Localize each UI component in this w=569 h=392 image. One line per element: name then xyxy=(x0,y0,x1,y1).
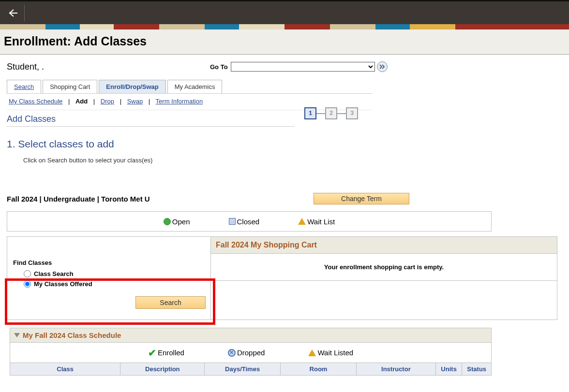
student-name: Student, . xyxy=(7,62,210,72)
legend-closed-label: Closed xyxy=(237,218,260,226)
cart-header: Fall 2024 My Shopping Cart xyxy=(211,237,557,254)
th-status: Status xyxy=(462,363,491,375)
search-button[interactable]: Search xyxy=(135,296,206,309)
th-days-times: Days/Times xyxy=(205,363,281,375)
radio-my-classes-row[interactable]: My Classes Offered xyxy=(24,280,206,288)
radio-class-search-row[interactable]: Class Search xyxy=(24,270,206,277)
tab-search[interactable]: Search xyxy=(7,80,41,93)
tab-my-academics[interactable]: My Academics xyxy=(167,80,223,93)
subtab-drop[interactable]: Drop xyxy=(101,98,114,105)
section-title: Add Classes xyxy=(7,114,295,124)
instructions: Click on Search button to select your cl… xyxy=(23,157,564,164)
main-tabs: Search Shopping Cart Enroll/Drop/Swap My… xyxy=(7,80,372,94)
go-button[interactable] xyxy=(377,61,388,72)
subtab-term-information[interactable]: Term Information xyxy=(156,98,203,105)
th-instructor: Instructor xyxy=(357,363,436,375)
th-description: Description xyxy=(120,363,205,375)
step-heading: 1. Select classes to add xyxy=(7,138,564,150)
waitlist-icon xyxy=(298,218,306,225)
collapse-icon xyxy=(14,333,20,337)
wizard-steps: 1 2 3 xyxy=(304,107,358,119)
open-icon xyxy=(164,218,171,225)
schedule-table-header: Class Description Days/Times Room Instru… xyxy=(10,363,492,376)
legend-waitlist-label: Wait List xyxy=(307,218,335,226)
schedule-title: My Fall 2024 Class Schedule xyxy=(23,331,121,339)
th-units: Units xyxy=(436,363,463,375)
legend-waitlisted-label: Wait Listed xyxy=(317,348,353,357)
radio-class-search-label: Class Search xyxy=(34,270,74,277)
cart-empty-message: Your enrollment shopping cart is empty. xyxy=(211,254,557,281)
waitlisted-icon xyxy=(308,349,316,356)
status-legend: Open Closed Wait List xyxy=(7,211,492,232)
back-arrow-icon[interactable] xyxy=(4,4,21,22)
tab-enroll-drop-swap[interactable]: Enroll/Drop/Swap xyxy=(99,80,165,93)
legend-open-label: Open xyxy=(172,218,190,226)
find-classes-title: Find Classes xyxy=(13,259,206,266)
goto-label: Go To xyxy=(210,63,228,71)
tab-shopping-cart[interactable]: Shopping Cart xyxy=(43,80,97,93)
step-2: 2 xyxy=(325,107,337,119)
topbar-separator xyxy=(24,5,25,21)
page-title: Enrollment: Add Classes xyxy=(4,34,565,48)
radio-class-search[interactable] xyxy=(24,270,31,277)
radio-my-classes-label: My Classes Offered xyxy=(34,280,92,288)
subtab-swap[interactable]: Swap xyxy=(127,98,143,105)
legend-enrolled-label: Enrolled xyxy=(158,348,184,357)
closed-icon xyxy=(229,218,236,225)
th-class: Class xyxy=(10,363,120,375)
th-room: Room xyxy=(281,363,357,375)
subtab-my-class-schedule[interactable]: My Class Schedule xyxy=(9,98,62,105)
legend-dropped-label: Dropped xyxy=(237,348,265,357)
title-underline xyxy=(7,126,295,127)
radio-my-classes-offered[interactable] xyxy=(24,280,31,288)
schedule-header[interactable]: My Fall 2024 Class Schedule xyxy=(10,328,492,343)
term-label: Fall 2024 | Undergraduate | Toronto Met … xyxy=(7,195,150,203)
change-term-button[interactable]: Change Term xyxy=(314,193,409,204)
step-1: 1 xyxy=(304,107,316,119)
enrolled-icon: ✔ xyxy=(148,348,156,358)
subtab-add[interactable]: Add xyxy=(75,98,88,105)
decorative-banner xyxy=(0,24,569,29)
dropped-icon: ✕ xyxy=(228,349,236,357)
goto-select[interactable] xyxy=(231,62,375,72)
step-3: 3 xyxy=(346,107,358,119)
enrollment-legend: ✔Enrolled ✕Dropped Wait Listed xyxy=(10,343,492,363)
